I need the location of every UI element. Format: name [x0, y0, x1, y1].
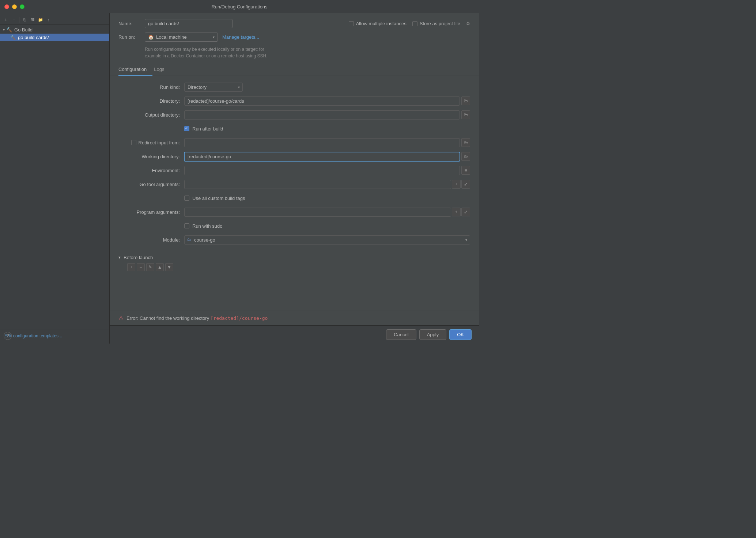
close-button[interactable]	[4, 4, 9, 9]
run-kind-field: Directory ▾	[184, 83, 470, 92]
home-icon: 🏠	[148, 34, 154, 40]
working-directory-label: Working directory:	[118, 154, 184, 159]
allow-multiple-checkbox-item[interactable]: Allow multiple instances	[349, 21, 407, 26]
module-select[interactable]: course-go	[184, 235, 470, 245]
cancel-button[interactable]: Cancel	[386, 329, 416, 340]
environment-edit-button[interactable]: ≡	[461, 166, 470, 175]
module-select-wrapper: 🗂 course-go ▾	[184, 235, 470, 245]
error-path: [redacted]/course-go	[211, 315, 268, 321]
custom-build-tags-field: Use all custom build tags	[184, 195, 470, 202]
edit-templates-link[interactable]: Edit configuration templates...	[4, 333, 62, 338]
sort-config-button[interactable]: ↕	[46, 17, 52, 23]
gear-icon[interactable]: ⚙	[466, 21, 470, 26]
child-item-icon: 🔨	[10, 35, 16, 40]
run-with-sudo-row: Run with sudo	[118, 221, 470, 231]
store-as-project-checkbox[interactable]	[412, 21, 417, 26]
sidebar-footer: Edit configuration templates...	[0, 330, 109, 341]
allow-multiple-label: Allow multiple instances	[356, 21, 407, 26]
environment-input[interactable]	[184, 166, 460, 175]
before-launch-toolbar: + − ✎ ▲ ▼	[118, 263, 470, 271]
run-with-sudo-checkbox[interactable]	[184, 223, 189, 228]
program-arguments-input[interactable]	[184, 208, 451, 217]
program-arguments-add-button[interactable]: +	[452, 208, 461, 216]
program-arguments-expand-button[interactable]: ⤢	[461, 208, 470, 216]
go-tool-arguments-add-button[interactable]: +	[452, 180, 461, 189]
go-tool-arguments-label: Go tool arguments:	[118, 182, 184, 187]
move-config-button[interactable]: 📁	[38, 17, 44, 23]
before-launch-move-up-button[interactable]: ▲	[156, 263, 164, 271]
directory-input[interactable]	[184, 96, 460, 106]
config-header: Name: Allow multiple instances Store as …	[110, 13, 479, 64]
run-after-build-checkbox[interactable]	[184, 126, 189, 131]
module-label: Module:	[118, 237, 184, 243]
local-machine-select[interactable]: 🏠 Local machine ▾	[145, 33, 218, 42]
before-launch-add-button[interactable]: +	[127, 263, 135, 271]
toolbar-separator	[19, 17, 19, 23]
title-bar: Run/Debug Configurations	[0, 0, 479, 13]
go-tool-arguments-expand-button[interactable]: ⤢	[461, 180, 470, 189]
module-field: 🗂 course-go ▾	[184, 235, 470, 245]
maximize-button[interactable]	[20, 4, 24, 9]
help-button[interactable]: ?	[4, 332, 12, 340]
copy-config-button[interactable]: ⎘	[22, 17, 27, 23]
redirect-input-label: Redirect input from:	[118, 140, 184, 145]
manage-targets-link[interactable]: Manage targets...	[222, 34, 259, 40]
go-tool-arguments-input[interactable]	[184, 180, 451, 189]
allow-multiple-checkbox[interactable]	[349, 21, 354, 26]
before-launch-section: ▾ Before launch + − ✎ ▲ ▼	[118, 251, 470, 271]
before-launch-remove-button[interactable]: −	[137, 263, 145, 271]
working-directory-input[interactable]	[184, 152, 460, 161]
run-on-hint: Run configurations may be executed local…	[118, 45, 470, 64]
output-directory-browse-button[interactable]: 🗁	[461, 110, 470, 119]
config-content: Run kind: Directory ▾ Directory: 🗁	[110, 76, 479, 311]
output-directory-field: 🗁	[184, 110, 470, 120]
go-tool-arguments-row: Go tool arguments: + ⤢	[118, 179, 470, 189]
right-panel: Name: Allow multiple instances Store as …	[110, 13, 479, 344]
name-input[interactable]	[145, 19, 233, 28]
run-kind-row: Run kind: Directory ▾	[118, 82, 470, 92]
save-config-button[interactable]: 🖫	[30, 17, 35, 23]
before-launch-header: ▾ Before launch	[118, 255, 470, 260]
run-with-sudo-label: Run with sudo	[192, 223, 222, 229]
redirect-input-browse-button[interactable]: 🗁	[461, 138, 470, 147]
custom-build-tags-checkbox-row: Use all custom build tags	[184, 195, 245, 202]
store-as-project-label: Store as project file	[420, 21, 460, 26]
redirect-input-input[interactable]	[184, 138, 460, 147]
run-with-sudo-checkbox-row: Run with sudo	[184, 223, 222, 230]
output-directory-input[interactable]	[184, 110, 460, 120]
directory-browse-button[interactable]: 🗁	[461, 96, 470, 105]
tab-configuration[interactable]: Configuration	[118, 64, 152, 76]
store-as-project-checkbox-item[interactable]: Store as project file	[412, 21, 460, 26]
add-config-button[interactable]: +	[3, 17, 9, 23]
working-directory-browse-button[interactable]: 🗁	[461, 152, 470, 161]
remove-config-button[interactable]: −	[11, 17, 17, 23]
group-chevron: ▾	[3, 28, 5, 32]
run-kind-select[interactable]: Directory	[184, 83, 243, 92]
custom-build-tags-row: Use all custom build tags	[118, 193, 470, 203]
directory-field: 🗁	[184, 96, 470, 106]
before-launch-move-down-button[interactable]: ▼	[165, 263, 173, 271]
custom-build-tags-checkbox[interactable]	[184, 196, 189, 201]
tab-logs[interactable]: Logs	[154, 64, 170, 76]
working-directory-row: Working directory: 🗁	[118, 151, 470, 162]
module-row: Module: 🗂 course-go ▾	[118, 235, 470, 245]
directory-label: Directory:	[118, 98, 184, 104]
run-on-dropdown[interactable]: Local machine	[156, 34, 211, 40]
group-icon: 🔨	[6, 27, 12, 33]
sidebar-toolbar: + − ⎘ 🖫 📁 ↕	[0, 15, 109, 24]
sidebar-item-go-build-cards[interactable]: 🔨 go build cards/	[0, 34, 109, 41]
environment-label: Environment:	[118, 168, 184, 173]
name-label: Name:	[118, 21, 140, 26]
before-launch-edit-button[interactable]: ✎	[146, 263, 154, 271]
redirect-input-checkbox[interactable]	[131, 140, 136, 145]
error-bar: ⚠ Error: Cannot find the working directo…	[110, 311, 479, 325]
before-launch-chevron[interactable]: ▾	[118, 255, 121, 260]
run-after-build-label: Run after build	[192, 126, 223, 132]
ok-button[interactable]: OK	[449, 329, 472, 340]
program-arguments-label: Program arguments:	[118, 209, 184, 215]
dropdown-arrow: ▾	[213, 35, 215, 39]
minimize-button[interactable]	[12, 4, 17, 9]
apply-button[interactable]: Apply	[419, 329, 447, 340]
sidebar-group-go-build[interactable]: ▾ 🔨 Go Build	[0, 26, 109, 34]
name-row: Name: Allow multiple instances Store as …	[118, 19, 470, 28]
